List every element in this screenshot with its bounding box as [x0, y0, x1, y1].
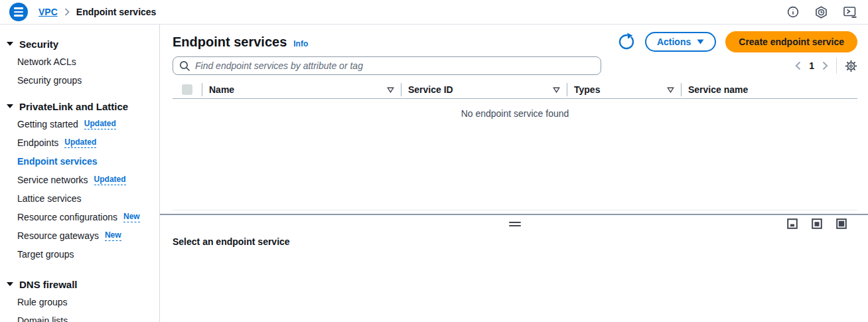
- sort-icon: [553, 87, 560, 93]
- updated-badge: Updated: [64, 137, 96, 148]
- vpc-console-page: VPC Endpoint services: [0, 0, 868, 322]
- sidebar-item-service-networks[interactable]: Service networks Updated: [0, 171, 159, 189]
- sidebar-item-label: Network ACLs: [17, 56, 76, 67]
- breadcrumb-chevron-icon: [64, 8, 70, 16]
- actions-button-label: Actions: [657, 37, 691, 47]
- column-header-service-name[interactable]: Service name: [681, 83, 857, 96]
- panel-position-large-icon[interactable]: [836, 218, 847, 229]
- table-controls: 1: [173, 56, 857, 75]
- sidebar-item-domain-lists[interactable]: Domain lists: [0, 311, 159, 322]
- split-panel-layout-controls: [787, 218, 847, 229]
- sidebar-item-endpoints[interactable]: Endpoints Updated: [0, 133, 159, 152]
- sidebar-item-network-acls[interactable]: Network ACLs: [0, 52, 159, 71]
- next-page-icon[interactable]: [821, 60, 830, 72]
- section-caret-icon: [7, 104, 13, 108]
- new-badge: New: [123, 212, 140, 222]
- split-panel-drag-handle[interactable]: [505, 219, 525, 229]
- topbar-left: VPC Endpoint services: [9, 3, 156, 21]
- sidebar-item-label: Target groups: [17, 249, 74, 260]
- sort-icon: [667, 87, 674, 93]
- sidebar-item-label: Rule groups: [17, 297, 68, 307]
- table-preferences-gear-icon[interactable]: [845, 60, 857, 72]
- sidebar-navigation: Security Network ACLs Security groups Pr…: [0, 25, 160, 322]
- info-link[interactable]: Info: [293, 39, 308, 48]
- search-input[interactable]: [195, 60, 595, 71]
- sidebar-item-label: Security groups: [17, 75, 82, 86]
- sidebar-item-endpoint-services[interactable]: Endpoint services: [0, 152, 159, 171]
- empty-state-message: No endpoint service found: [173, 99, 857, 119]
- page-title: Endpoint services: [173, 35, 287, 50]
- pagination-controls: 1: [794, 58, 857, 74]
- sidebar-item-getting-started[interactable]: Getting started Updated: [0, 115, 159, 133]
- table-header-row: Name Service ID Types: [173, 81, 857, 99]
- header-actions: Actions Create endpoint service: [617, 31, 857, 52]
- breadcrumb-vpc-link[interactable]: VPC: [38, 7, 58, 17]
- search-box: [173, 56, 601, 75]
- search-icon: [179, 60, 190, 72]
- sidebar-section-header-dns-firewall[interactable]: DNS firewall: [0, 276, 159, 293]
- cloudshell-icon[interactable]: [843, 6, 857, 19]
- hamburger-menu-icon[interactable]: [9, 3, 28, 21]
- previous-page-icon[interactable]: [794, 60, 802, 72]
- actions-button[interactable]: Actions: [645, 32, 716, 52]
- main-content: Endpoint services Info Actions: [160, 25, 868, 322]
- sidebar-item-resource-gateways[interactable]: Resource gateways New: [0, 226, 159, 245]
- current-page-number[interactable]: 1: [809, 60, 814, 71]
- new-badge: New: [105, 230, 121, 241]
- sidebar-item-resource-configurations[interactable]: Resource configurations New: [0, 208, 159, 226]
- panel-position-medium-icon[interactable]: [812, 218, 822, 229]
- sidebar-section-header-privatelink[interactable]: PrivateLink and Lattice: [0, 98, 159, 115]
- create-endpoint-service-button[interactable]: Create endpoint service: [725, 31, 857, 52]
- refresh-button[interactable]: [617, 33, 636, 51]
- sidebar-item-label: Lattice services: [17, 193, 81, 204]
- sidebar-section-title: Security: [19, 39, 58, 50]
- hexagon-clock-icon[interactable]: [815, 6, 828, 19]
- top-navigation-bar: VPC Endpoint services: [0, 0, 868, 25]
- sidebar-section-security: Security Network ACLs Security groups: [0, 35, 159, 90]
- split-panel-header: [173, 215, 857, 232]
- page-header: Endpoint services Info Actions: [173, 31, 857, 52]
- sidebar-item-label: Endpoints: [17, 137, 58, 148]
- sidebar-item-target-groups[interactable]: Target groups: [0, 245, 159, 264]
- breadcrumb-current-page: Endpoint services: [76, 7, 157, 17]
- section-caret-icon: [7, 282, 13, 286]
- refresh-icon: [617, 33, 636, 51]
- sidebar-section-title: DNS firewall: [19, 279, 78, 290]
- sidebar-item-label: Domain lists: [17, 315, 68, 322]
- sidebar-section-dns-firewall: DNS firewall Rule groups Domain lists: [0, 276, 159, 322]
- sidebar-item-label: Resource gateways: [17, 230, 99, 241]
- split-panel: Select an endpoint service: [160, 214, 868, 247]
- updated-badge: Updated: [84, 119, 116, 129]
- column-header-service-id[interactable]: Service ID: [401, 83, 567, 96]
- controls-divider: [836, 58, 837, 74]
- panel-position-small-icon[interactable]: [787, 218, 798, 229]
- sidebar-item-label: Endpoint services: [17, 156, 98, 167]
- sidebar-section-header-security[interactable]: Security: [0, 35, 159, 52]
- caret-down-icon: [697, 39, 704, 44]
- breadcrumb: VPC Endpoint services: [38, 7, 156, 17]
- topbar-utilities: [787, 6, 857, 19]
- sidebar-item-rule-groups[interactable]: Rule groups: [0, 293, 159, 311]
- sidebar-item-lattice-services[interactable]: Lattice services: [0, 189, 159, 208]
- select-all-cell: [173, 83, 202, 96]
- sidebar-item-label: Resource configurations: [17, 212, 117, 222]
- split-panel-title: Select an endpoint service: [173, 236, 857, 247]
- sidebar-section-title: PrivateLink and Lattice: [19, 101, 128, 112]
- sidebar-item-label: Getting started: [17, 119, 78, 129]
- sort-icon: [387, 87, 394, 93]
- sidebar-section-privatelink: PrivateLink and Lattice Getting started …: [0, 98, 159, 264]
- table-body: No endpoint service found: [173, 99, 857, 210]
- column-header-name[interactable]: Name: [202, 83, 401, 96]
- select-all-checkbox[interactable]: [182, 84, 192, 95]
- section-caret-icon: [7, 42, 13, 46]
- sidebar-item-label: Service networks: [17, 175, 88, 185]
- column-header-types[interactable]: Types: [567, 83, 681, 96]
- sidebar-item-security-groups[interactable]: Security groups: [0, 71, 159, 90]
- info-icon[interactable]: [787, 6, 799, 18]
- updated-badge: Updated: [94, 175, 126, 185]
